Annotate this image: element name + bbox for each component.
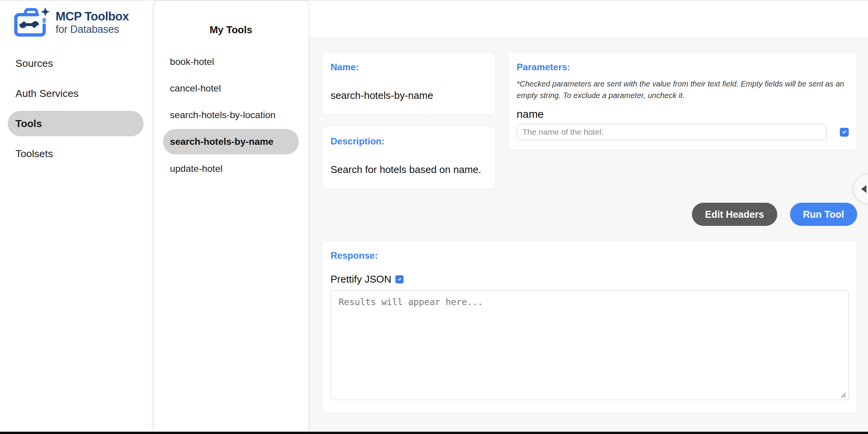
param-name-label: name <box>517 108 849 120</box>
tool-detail-view: Name: search-hotels-by-name Description:… <box>308 39 868 413</box>
response-textarea[interactable] <box>331 290 849 400</box>
prettify-json-label: Prettify JSON <box>331 273 391 285</box>
tool-item-search-hotels-by-name[interactable]: search-hotels-by-name <box>163 129 299 154</box>
logo-subtitle: for Databases <box>56 24 129 36</box>
app-root: MCP Toolbox for Databases Sources Auth S… <box>0 0 868 432</box>
name-card: Name: search-hotels-by-name <box>322 52 495 115</box>
chevron-left-icon <box>860 185 867 193</box>
tool-item-cancel-hotel[interactable]: cancel-hotel <box>154 75 308 102</box>
run-tool-button[interactable]: Run Tool <box>790 203 857 226</box>
response-card-label: Response: <box>331 250 849 261</box>
checkmark-icon <box>397 277 402 281</box>
logo-text: MCP Toolbox for Databases <box>56 10 129 35</box>
param-name-checkbox[interactable] <box>840 128 849 137</box>
sidebar-nav: Sources Auth Services Tools Toolsets <box>0 48 153 169</box>
parameters-card: Parameters: *Checked parameters are sent… <box>508 52 857 150</box>
prettify-json-row: Prettify JSON <box>331 273 849 285</box>
response-output-wrap <box>331 290 849 402</box>
resize-handle-icon[interactable] <box>840 392 846 398</box>
tool-description-value: Search for hotels based on name. <box>331 164 487 176</box>
tool-item-update-hotel[interactable]: update-hotel <box>154 155 308 182</box>
name-description-column: Name: search-hotels-by-name Description:… <box>322 52 495 189</box>
response-card: Response: Prettify JSON <box>322 241 857 413</box>
sidebar-item-auth-services[interactable]: Auth Services <box>0 78 153 108</box>
description-card-label: Description: <box>331 136 487 147</box>
tool-item-book-hotel[interactable]: book-hotel <box>154 48 308 75</box>
tool-item-search-hotels-by-location[interactable]: search-hotels-by-location <box>154 102 308 128</box>
param-row <box>517 124 849 140</box>
description-card: Description: Search for hotels based on … <box>322 126 495 189</box>
logo: MCP Toolbox for Databases <box>0 1 153 39</box>
tools-panel-title: My Tools <box>154 24 308 36</box>
bottom-taskbar-edge <box>0 432 868 434</box>
parameters-card-label: Parameters: <box>517 62 849 73</box>
sidebar: MCP Toolbox for Databases Sources Auth S… <box>0 1 154 432</box>
checkmark-icon <box>842 129 847 135</box>
actions-row: Edit Headers Run Tool <box>322 203 857 226</box>
logo-title: MCP Toolbox <box>56 10 129 23</box>
sparkle-icon <box>41 7 50 16</box>
toolbox-logo-icon <box>13 7 50 39</box>
param-name-input[interactable] <box>517 124 827 140</box>
sidebar-item-tools[interactable]: Tools <box>8 111 144 136</box>
name-card-label: Name: <box>331 62 487 73</box>
prettify-json-checkbox[interactable] <box>395 275 403 283</box>
header-band <box>308 1 868 39</box>
sidebar-item-sources[interactable]: Sources <box>0 48 153 78</box>
tools-list: book-hotel cancel-hotel search-hotels-by… <box>154 48 308 182</box>
main-content: Name: search-hotels-by-name Description:… <box>308 1 868 432</box>
tools-panel: My Tools book-hotel cancel-hotel search-… <box>154 1 308 432</box>
edit-headers-button[interactable]: Edit Headers <box>692 203 777 226</box>
parameters-note: *Checked parameters are sent with the va… <box>517 78 849 101</box>
sidebar-item-toolsets[interactable]: Toolsets <box>0 139 153 169</box>
tool-name-value: search-hotels-by-name <box>331 90 487 102</box>
